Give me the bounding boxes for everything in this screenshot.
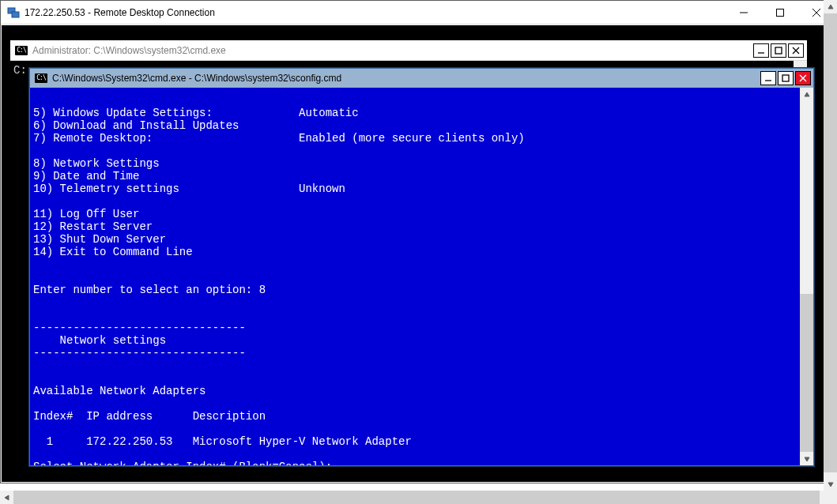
scroll-up-button[interactable]: [824, 0, 837, 13]
scroll-down-button[interactable]: [824, 477, 837, 491]
rdc-titlebar[interactable]: 172.22.250.53 - Remote Desktop Connectio…: [1, 1, 835, 24]
scroll-thumb[interactable]: [800, 294, 813, 452]
viewport: 172.22.250.53 - Remote Desktop Connectio…: [0, 0, 837, 504]
svg-marker-17: [828, 483, 833, 487]
scroll-up-button[interactable]: [800, 88, 813, 101]
admin-close-button[interactable]: [788, 43, 804, 58]
sconfig-terminal[interactable]: 5) Windows Update Settings: Automatic 6)…: [30, 88, 800, 465]
sconfig-output: 5) Windows Update Settings: Automatic 6)…: [30, 88, 800, 465]
outer-hscrollbar[interactable]: [0, 491, 837, 504]
sconfig-close-button[interactable]: [795, 71, 811, 85]
rdc-title: 172.22.250.53 - Remote Desktop Connectio…: [25, 7, 215, 18]
svg-marker-18: [5, 495, 9, 500]
sconfig-titlebar[interactable]: C:\ C:\Windows\System32\cmd.exe - C:\Win…: [30, 69, 813, 88]
scroll-track[interactable]: [800, 101, 813, 452]
sconfig-window: C:\ C:\Windows\System32\cmd.exe - C:\Win…: [29, 68, 814, 466]
sconfig-minimize-button[interactable]: [760, 71, 776, 85]
rdc-app-icon: [7, 6, 20, 19]
svg-marker-14: [805, 92, 809, 96]
sconfig-maximize-button[interactable]: [778, 71, 794, 85]
scroll-down-button[interactable]: [800, 452, 813, 465]
rdc-window: 172.22.250.53 - Remote Desktop Connectio…: [0, 0, 835, 483]
scroll-thumb[interactable]: [824, 13, 837, 472]
scroll-left-button[interactable]: [0, 491, 13, 504]
admin-cmd-title: Administrator: C:\Windows\system32\cmd.e…: [32, 45, 226, 56]
maximize-button[interactable]: [762, 1, 798, 24]
svg-rect-7: [775, 47, 782, 54]
svg-marker-15: [805, 457, 809, 461]
admin-cmd-prompt: C:: [13, 64, 27, 77]
minimize-button[interactable]: [726, 1, 762, 24]
svg-rect-3: [777, 9, 784, 16]
admin-cmd-titlebar[interactable]: C:\ Administrator: C:\Windows\system32\c…: [10, 40, 807, 61]
sconfig-vscrollbar[interactable]: [800, 88, 813, 465]
scroll-thumb[interactable]: [13, 491, 820, 504]
cmd-icon: C:\: [35, 73, 47, 83]
svg-rect-1: [12, 12, 19, 17]
rdc-client-area: C:\ Administrator: C:\Windows\system32\c…: [2, 25, 834, 482]
cmd-icon: C:\: [15, 46, 28, 55]
scroll-corner: [824, 491, 837, 504]
svg-marker-16: [828, 5, 833, 9]
svg-rect-11: [782, 75, 789, 81]
sconfig-title: C:\Windows\System32\cmd.exe - C:\Windows…: [52, 73, 341, 84]
admin-minimize-button[interactable]: [753, 43, 769, 58]
outer-vscrollbar[interactable]: [824, 0, 837, 491]
admin-maximize-button[interactable]: [771, 43, 786, 58]
